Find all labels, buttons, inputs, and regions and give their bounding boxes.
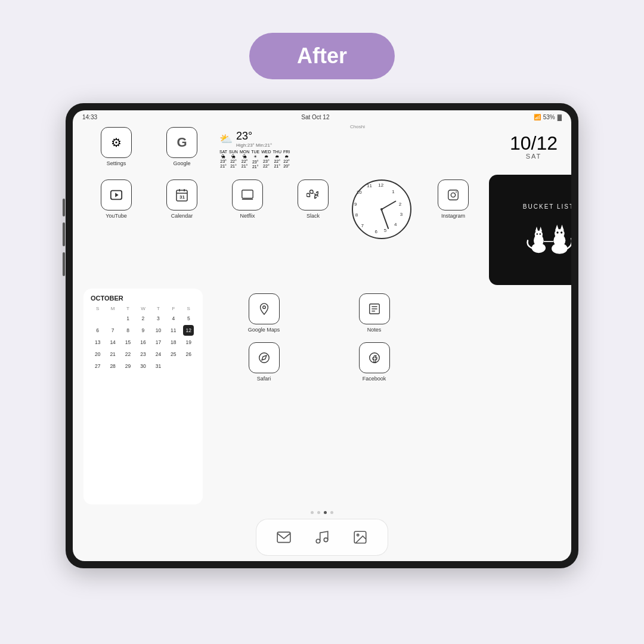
svg-marker-15 bbox=[535, 227, 538, 231]
clock-6: 6 bbox=[374, 229, 377, 234]
dock-area bbox=[83, 508, 561, 556]
cal-day: 5 bbox=[183, 313, 194, 324]
cal-day: 1 bbox=[123, 313, 134, 324]
cal-day: 27 bbox=[92, 361, 103, 371]
cal-day: 3 bbox=[153, 313, 163, 324]
battery-text: 53% bbox=[543, 114, 555, 120]
facebook-label: Facebook bbox=[363, 376, 386, 382]
page-dots bbox=[311, 511, 333, 514]
settings-icon: ⚙ bbox=[101, 127, 132, 158]
mail-dock-icon[interactable] bbox=[271, 524, 297, 550]
cal-day-today: 12 bbox=[183, 325, 194, 336]
facebook-app[interactable]: Facebook bbox=[319, 338, 429, 386]
safari-icon bbox=[249, 342, 280, 373]
cal-header-m: M bbox=[106, 305, 119, 312]
instagram-icon bbox=[438, 179, 469, 210]
cal-day: 16 bbox=[138, 337, 148, 348]
settings-app[interactable]: ⚙ Settings bbox=[83, 122, 149, 171]
google-app[interactable]: G Google bbox=[149, 122, 215, 171]
cal-day: 6 bbox=[92, 325, 103, 336]
volume-down-button bbox=[63, 252, 65, 276]
battery-icon: ▓ bbox=[558, 114, 562, 120]
calendar-grid: S M T W T F S 1 2 3 bbox=[91, 305, 196, 371]
minute-hand bbox=[381, 209, 389, 229]
dot-1 bbox=[311, 511, 314, 514]
weather-location: Choshi bbox=[219, 124, 365, 129]
dot-4 bbox=[330, 511, 333, 514]
cal-day: 2 bbox=[138, 313, 148, 324]
weather-forecast: SAT🌦23°21° SUN🌦22°21° MON🌦22°21° TUE☀23°… bbox=[219, 150, 365, 169]
svg-point-36 bbox=[324, 538, 328, 542]
notes-app[interactable]: Notes bbox=[319, 289, 429, 338]
cal-day: 14 bbox=[107, 337, 118, 348]
svg-point-11 bbox=[456, 191, 457, 193]
google-label: Google bbox=[173, 160, 190, 166]
svg-point-14 bbox=[535, 231, 543, 239]
cal-day: 28 bbox=[107, 361, 118, 371]
cal-day: 11 bbox=[168, 325, 179, 336]
clock-2: 2 bbox=[399, 202, 401, 207]
mid-apps-grid: Google Maps Notes Safari bbox=[209, 289, 429, 504]
slack-app[interactable]: Slack bbox=[280, 175, 346, 224]
svg-point-10 bbox=[451, 193, 455, 197]
clock-widget: 12 1 2 3 4 5 6 7 8 9 10 11 bbox=[346, 175, 417, 244]
music-dock-icon[interactable] bbox=[309, 524, 335, 550]
weather-highlow: High:23° Min:21° bbox=[236, 143, 272, 148]
monthly-calendar: OCTOBER S M T W T F S bbox=[83, 289, 203, 504]
googlemaps-label: Google Maps bbox=[248, 327, 280, 333]
svg-point-33 bbox=[369, 353, 379, 363]
cal-day bbox=[168, 361, 179, 371]
clock-1: 1 bbox=[392, 189, 394, 194]
cal-day: 23 bbox=[138, 349, 148, 360]
cal-day: 19 bbox=[183, 337, 194, 348]
cal-day: 22 bbox=[123, 349, 134, 360]
status-time: 14:33 bbox=[82, 114, 97, 120]
weather-temp: 23° bbox=[236, 130, 272, 143]
cal-day: 29 bbox=[123, 361, 134, 371]
bucket-list-widget: Bucket List bbox=[489, 175, 571, 285]
svg-point-38 bbox=[357, 534, 359, 536]
calendar-app[interactable]: 31 Calendar bbox=[149, 175, 215, 224]
slack-icon bbox=[298, 179, 329, 210]
youtube-app[interactable]: YouTube bbox=[83, 175, 149, 224]
clock-9: 9 bbox=[354, 202, 357, 207]
slack-label: Slack bbox=[306, 213, 320, 219]
settings-label: Settings bbox=[107, 160, 126, 166]
power-button bbox=[63, 199, 65, 216]
svg-marker-22 bbox=[555, 225, 559, 231]
svg-marker-23 bbox=[560, 225, 564, 231]
svg-point-27 bbox=[262, 306, 265, 309]
cal-day: 13 bbox=[92, 337, 103, 348]
svg-point-25 bbox=[561, 231, 562, 233]
instagram-label: Instagram bbox=[441, 213, 465, 219]
after-badge: After bbox=[249, 33, 395, 79]
status-date: Sat Oct 12 bbox=[301, 114, 329, 120]
clock-3: 3 bbox=[400, 212, 402, 217]
calendar-label: Calendar bbox=[171, 213, 193, 219]
dot-3-active bbox=[324, 511, 327, 514]
volume-up-button bbox=[63, 222, 65, 246]
cal-header-s2: S bbox=[182, 305, 196, 312]
cal-header-w: W bbox=[136, 305, 150, 312]
netflix-app[interactable]: Netflix bbox=[215, 175, 280, 224]
calendar-icon: 31 bbox=[166, 179, 197, 210]
status-right: 📶 53% ▓ bbox=[534, 114, 562, 120]
ipad-screen: 14:33 Sat Oct 12 📶 53% ▓ ⚙ Settings bbox=[73, 110, 571, 561]
clock-7: 7 bbox=[361, 223, 363, 228]
cal-day: 10 bbox=[153, 325, 163, 336]
instagram-app[interactable]: Instagram bbox=[417, 175, 489, 224]
svg-point-35 bbox=[316, 539, 320, 543]
cal-day: 21 bbox=[107, 349, 118, 360]
safari-app[interactable]: Safari bbox=[209, 338, 319, 386]
dot-2 bbox=[317, 511, 320, 514]
cal-day: 26 bbox=[183, 349, 194, 360]
svg-rect-7 bbox=[242, 190, 253, 199]
cal-day: 7 bbox=[107, 325, 118, 336]
ipad-frame: 14:33 Sat Oct 12 📶 53% ▓ ⚙ Settings bbox=[66, 103, 578, 568]
googlemaps-app[interactable]: Google Maps bbox=[209, 289, 319, 338]
svg-point-17 bbox=[537, 233, 538, 235]
youtube-icon bbox=[101, 179, 132, 210]
analog-clock: 12 1 2 3 4 5 6 7 8 9 10 11 bbox=[352, 179, 411, 239]
bucket-list-title: Bucket List bbox=[523, 203, 571, 210]
photos-dock-icon[interactable] bbox=[347, 524, 373, 550]
